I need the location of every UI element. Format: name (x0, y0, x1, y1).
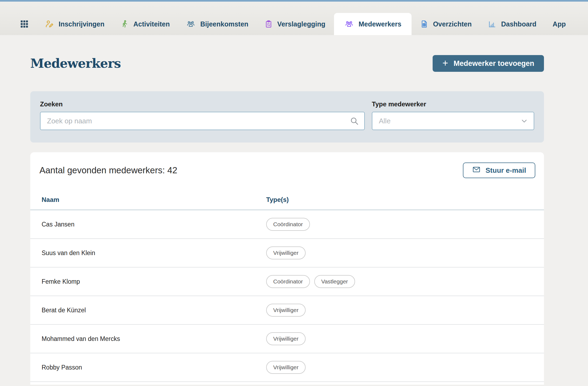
envelope-icon (472, 165, 481, 175)
plus-icon: + (442, 58, 448, 68)
document-grid-icon (420, 19, 428, 29)
tab-label: Activiteiten (133, 20, 170, 28)
table-row[interactable]: Berat de Künzel Vrijwilliger (30, 296, 544, 325)
clipboard-icon (265, 19, 273, 29)
chevron-down-icon (520, 117, 528, 125)
results-header: Aantal gevonden medewerkers: 42 Stuur e-… (30, 152, 544, 178)
page-content: Medewerkers + Medewerker toevoegen Zoeke… (30, 35, 544, 385)
results-count: Aantal gevonden medewerkers: 42 (39, 165, 177, 175)
type-medewerker-value: Alle (379, 117, 390, 125)
search-input[interactable] (40, 112, 365, 130)
person-edit-icon (45, 19, 54, 29)
app-grid-button[interactable] (20, 13, 29, 35)
tab-overzichten[interactable]: Overzichten (420, 13, 472, 35)
tab-label: Verslaglegging (277, 20, 325, 28)
tab-label: Bijeenkomsten (200, 20, 248, 28)
type-field-group: Type medewerker Alle (372, 100, 534, 130)
main-navbar: Inschrijvingen Activiteiten Bijeenkomste… (0, 2, 588, 35)
tab-bijeenkomsten[interactable]: Bijeenkomsten (186, 13, 248, 35)
employee-name: Berat de Künzel (30, 307, 266, 314)
type-badge: Coördinator (266, 275, 310, 288)
tab-verslaglegging[interactable]: Verslaglegging (265, 13, 325, 35)
people-group-icon (186, 19, 196, 29)
tab-label: Dashboard (501, 20, 536, 28)
results-panel: Aantal gevonden medewerkers: 42 Stuur e-… (30, 152, 544, 385)
type-medewerker-select[interactable]: Alle (372, 112, 534, 130)
tab-app[interactable]: App (553, 13, 566, 35)
type-badge: Coördinator (266, 218, 310, 231)
tab-inschrijvingen[interactable]: Inschrijvingen (45, 13, 104, 35)
tab-label: Inschrijvingen (59, 20, 104, 28)
column-header-naam: Naam (30, 196, 266, 204)
employee-name: Femke Klomp (30, 278, 266, 285)
nav-tabs: Inschrijvingen Activiteiten Bijeenkomste… (45, 13, 566, 35)
walking-person-icon (121, 19, 129, 29)
table-row[interactable]: Mohammed van den Mercks Vrijwilliger (30, 325, 544, 353)
table-row[interactable]: Femke Klomp Coördinator Vastlegger (30, 268, 544, 296)
employee-name: Suus van den Klein (30, 249, 266, 257)
send-email-label: Stuur e-mail (486, 166, 526, 175)
people-group-icon (344, 19, 354, 29)
add-medewerker-button[interactable]: + Medewerker toevoegen (433, 55, 544, 72)
bar-chart-icon (488, 20, 496, 28)
send-email-button[interactable]: Stuur e-mail (463, 162, 535, 178)
employee-name: Cas Jansen (30, 221, 266, 228)
tab-label: Medewerkers (359, 20, 401, 28)
medewerkers-table: Naam Type(s) Cas Jansen Coördinator Suus… (30, 196, 544, 382)
tab-medewerkers[interactable]: Medewerkers (334, 13, 412, 35)
type-badge: Vrijwilliger (266, 304, 306, 317)
table-header-row: Naam Type(s) (30, 196, 544, 210)
type-badge: Vastlegger (314, 275, 355, 288)
search-label: Zoeken (40, 100, 365, 108)
employee-name: Robby Passon (30, 364, 266, 371)
employee-name: Mohammed van den Mercks (30, 335, 266, 343)
column-header-types: Type(s) (266, 196, 544, 204)
tab-label: App (553, 20, 566, 28)
tab-dashboard[interactable]: Dashboard (488, 13, 536, 35)
filter-panel: Zoeken Type medewerker Alle (30, 91, 544, 143)
page-header: Medewerkers + Medewerker toevoegen (30, 35, 544, 72)
table-row[interactable]: Suus van den Klein Vrijwilliger (30, 239, 544, 268)
table-row[interactable]: Robby Passon Vrijwilliger (30, 353, 544, 382)
search-field-group: Zoeken (40, 100, 365, 130)
tab-activiteiten[interactable]: Activiteiten (121, 13, 170, 35)
type-medewerker-label: Type medewerker (372, 100, 534, 108)
type-badge: Vrijwilliger (266, 361, 306, 374)
type-badge: Vrijwilliger (266, 332, 306, 345)
type-badge: Vrijwilliger (266, 246, 306, 259)
tab-label: Overzichten (433, 20, 472, 28)
search-icon (350, 116, 359, 126)
add-medewerker-label: Medewerker toevoegen (453, 59, 534, 68)
table-row[interactable]: Cas Jansen Coördinator (30, 210, 544, 239)
page-title: Medewerkers (30, 56, 121, 71)
grid-icon (20, 20, 29, 28)
